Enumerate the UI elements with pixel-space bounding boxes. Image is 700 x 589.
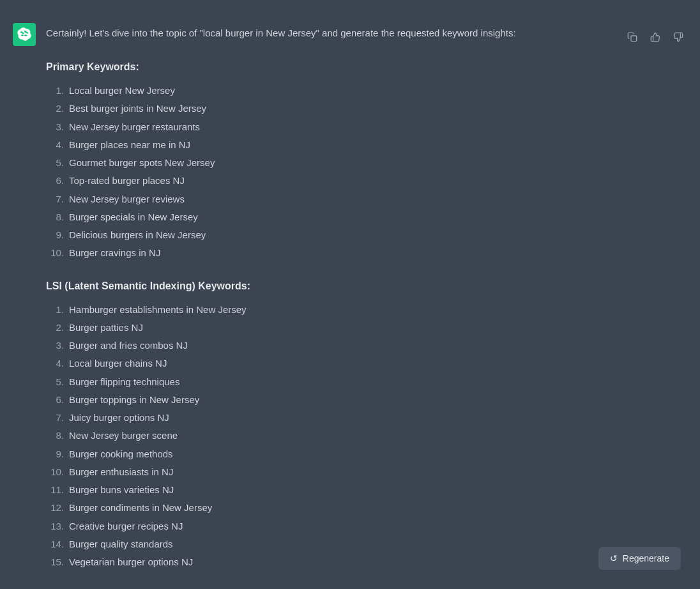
keyword-text: Burger quality standards [69,536,173,553]
list-number: 9. [46,227,69,243]
list-item: 2.Best burger joints in New Jersey [46,100,687,118]
copy-icon [627,32,637,42]
list-item: 9.Burger cooking methods [46,445,687,463]
list-number: 3. [46,119,69,135]
list-item: 11.Burger buns varieties NJ [46,481,687,499]
list-number: 1. [46,82,69,99]
thumbs-down-icon [673,32,683,42]
assistant-avatar [13,23,36,46]
keyword-text: Burger flipping techniques [69,374,179,390]
list-number: 6. [46,392,69,408]
list-number: 4. [46,355,69,372]
list-item: 8.New Jersey burger scene [46,427,687,445]
list-number: 14. [46,536,69,553]
keyword-text: New Jersey burger reviews [69,191,185,208]
list-number: 11. [46,482,69,498]
keyword-text: Creative burger recipes NJ [69,518,183,535]
list-item: 3.Burger and fries combos NJ [46,337,687,355]
chat-container: Certainly! Let's dive into the topic of … [0,0,700,589]
list-item: 10.Burger enthusiasts in NJ [46,463,687,481]
keyword-text: Burger enthusiasts in NJ [69,464,173,480]
list-number: 7. [46,191,69,208]
list-number: 12. [46,500,69,516]
list-number: 8. [46,427,69,444]
keyword-text: New Jersey burger scene [69,427,178,444]
list-number: 8. [46,209,69,226]
list-number: 5. [46,155,69,171]
thumbs-down-button[interactable] [669,28,687,46]
list-item: 7.Juicy burger options NJ [46,409,687,427]
list-number: 2. [46,100,69,117]
list-number: 5. [46,374,69,390]
list-number: 2. [46,319,69,336]
keyword-text: Delicious burgers in New Jersey [69,227,206,243]
list-item: 1.Local burger New Jersey [46,82,687,100]
keyword-text: Top-rated burger places NJ [69,172,185,189]
keyword-text: Gourmet burger spots New Jersey [69,155,215,171]
list-item: 6.Top-rated burger places NJ [46,172,687,190]
message-body: Certainly! Let's dive into the topic of … [46,23,687,589]
keyword-text: Local burger New Jersey [69,82,175,99]
keyword-text: Burger cooking methods [69,446,173,463]
list-number: 4. [46,137,69,153]
keyword-text: Burger toppings in New Jersey [69,392,199,408]
list-item: 9.Delicious burgers in New Jersey [46,226,687,244]
keyword-text: Hamburger establishments in New Jersey [69,302,247,318]
keyword-text: Best burger joints in New Jersey [69,100,206,117]
keyword-text: Juicy burger options NJ [69,409,169,426]
regenerate-button[interactable]: ↺ Regenerate [598,547,681,570]
keyword-text: Burger places near me in NJ [69,137,190,153]
list-item: 8.Burger specials in New Jersey [46,208,687,226]
list-item: 3.New Jersey burger restaurants [46,118,687,136]
keyword-text: Burger patties NJ [69,319,143,336]
primary-keywords-list: 1.Local burger New Jersey2.Best burger j… [46,82,687,263]
list-item: 7.New Jersey burger reviews [46,190,687,208]
keyword-text: Vegetarian burger options NJ [69,554,193,570]
list-item: 12.Burger condiments in New Jersey [46,499,687,517]
regenerate-icon: ↺ [610,553,618,563]
list-number: 13. [46,518,69,535]
keyword-text: Local burger chains NJ [69,355,167,372]
list-number: 3. [46,337,69,354]
action-icons [623,26,687,46]
list-item: 10.Burger cravings in NJ [46,244,687,262]
list-item: 5.Gourmet burger spots New Jersey [46,154,687,172]
list-number: 10. [46,245,69,261]
lsi-keywords-list: 1.Hamburger establishments in New Jersey… [46,301,687,572]
list-item: 5.Burger flipping techniques [46,373,687,391]
list-number: 9. [46,446,69,463]
keyword-text: Burger specials in New Jersey [69,209,198,226]
assistant-message: Certainly! Let's dive into the topic of … [0,13,700,589]
keyword-text: Burger cravings in NJ [69,245,160,261]
keyword-text: New Jersey burger restaurants [69,119,200,135]
list-number: 10. [46,464,69,480]
thumbs-up-button[interactable] [646,28,664,46]
list-item: 6.Burger toppings in New Jersey [46,391,687,409]
keyword-text: Burger and fries combos NJ [69,337,188,354]
list-number: 6. [46,172,69,189]
list-number: 7. [46,409,69,426]
keyword-text: Burger buns varieties NJ [69,482,174,498]
keyword-text: Burger condiments in New Jersey [69,500,212,516]
svg-rect-0 [631,36,637,42]
list-item: 13.Creative burger recipes NJ [46,517,687,535]
list-item: 2.Burger patties NJ [46,319,687,337]
thumbs-up-icon [650,32,660,42]
primary-keywords-heading: Primary Keywords: [46,61,687,73]
list-item: 4.Local burger chains NJ [46,355,687,372]
list-number: 1. [46,302,69,318]
list-item: 4.Burger places near me in NJ [46,136,687,154]
intro-text: Certainly! Let's dive into the topic of … [46,26,516,41]
list-item: 1.Hamburger establishments in New Jersey [46,301,687,319]
regenerate-label: Regenerate [623,553,669,563]
list-item: 15.Vegetarian burger options NJ [46,553,687,571]
list-number: 15. [46,554,69,570]
list-item: 14.Burger quality standards [46,535,687,553]
copy-button[interactable] [623,28,641,46]
lsi-keywords-heading: LSI (Latent Semantic Indexing) Keywords: [46,280,687,292]
chatgpt-icon [17,27,31,42]
